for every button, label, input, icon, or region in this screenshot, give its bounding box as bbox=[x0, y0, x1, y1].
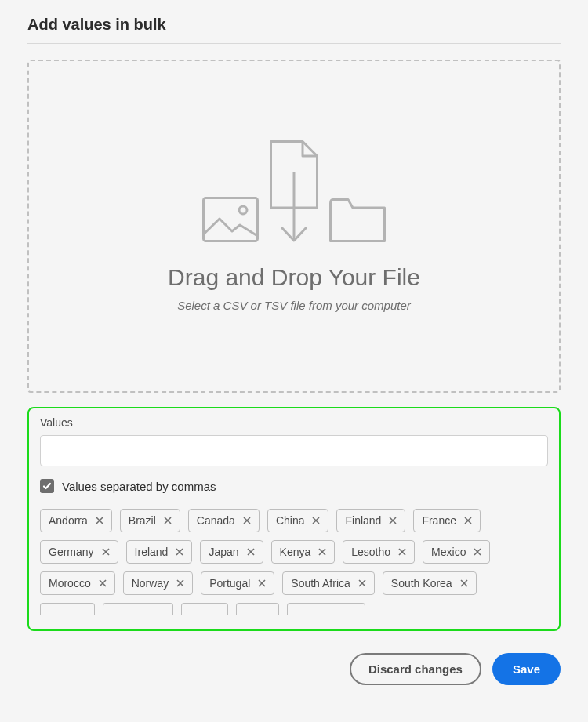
value-tag-partial bbox=[40, 603, 95, 615]
comma-separated-checkbox[interactable]: Values separated by commas bbox=[40, 479, 548, 493]
tag-label: Ireland bbox=[135, 546, 169, 557]
close-icon[interactable] bbox=[243, 517, 251, 524]
value-tag: Germany bbox=[40, 540, 118, 564]
dropzone-icon-group bbox=[202, 140, 386, 242]
tag-label: China bbox=[276, 515, 305, 526]
tag-label: Lesotho bbox=[351, 546, 390, 557]
discard-button[interactable]: Discard changes bbox=[350, 653, 481, 685]
title-divider bbox=[27, 43, 561, 44]
tag-label: South Korea bbox=[391, 578, 452, 589]
value-tag: Kenya bbox=[271, 540, 336, 564]
close-icon[interactable] bbox=[398, 548, 406, 556]
close-icon[interactable] bbox=[460, 579, 468, 587]
tag-label: South Africa bbox=[291, 578, 350, 589]
value-tag: Ireland bbox=[126, 540, 193, 564]
tag-label: Portugal bbox=[209, 578, 250, 589]
close-icon[interactable] bbox=[358, 579, 366, 587]
value-tag: China bbox=[267, 509, 329, 532]
tag-label: Mexico bbox=[431, 546, 466, 557]
tag-label: Brazil bbox=[129, 515, 156, 526]
tag-label: Andorra bbox=[49, 515, 88, 526]
close-icon[interactable] bbox=[96, 517, 103, 524]
tag-label: Canada bbox=[197, 515, 235, 526]
close-icon[interactable] bbox=[474, 548, 481, 556]
value-tag: Canada bbox=[188, 509, 260, 532]
tags-container: AndorraBrazilCanadaChinaFinlandFranceGer… bbox=[40, 509, 548, 595]
close-icon[interactable] bbox=[176, 579, 184, 587]
tag-label: Kenya bbox=[280, 546, 311, 557]
tag-label: Morocco bbox=[49, 578, 91, 589]
close-icon[interactable] bbox=[258, 579, 266, 587]
close-icon[interactable] bbox=[102, 548, 110, 556]
save-button[interactable]: Save bbox=[492, 653, 561, 685]
values-input[interactable] bbox=[40, 435, 548, 466]
footer-actions: Discard changes Save bbox=[27, 647, 561, 685]
close-icon[interactable] bbox=[247, 548, 255, 556]
dropzone-subtext: Select a CSV or TSV file from your compu… bbox=[177, 299, 411, 312]
checkbox-label: Values separated by commas bbox=[62, 480, 216, 493]
value-tag-partial bbox=[181, 603, 228, 615]
values-section: Values Values separated by commas Andorr… bbox=[27, 407, 561, 631]
file-download-icon bbox=[270, 140, 318, 242]
checkbox-checked-icon bbox=[40, 479, 54, 493]
value-tag-partial bbox=[236, 603, 279, 615]
value-tag: Morocco bbox=[40, 571, 115, 595]
values-label: Values bbox=[40, 416, 548, 429]
tag-label: Germany bbox=[49, 546, 94, 557]
close-icon[interactable] bbox=[389, 517, 397, 524]
close-icon[interactable] bbox=[312, 517, 320, 524]
value-tag: Norway bbox=[123, 571, 193, 595]
tag-label: Japan bbox=[209, 546, 238, 557]
value-tag: Finland bbox=[336, 509, 405, 532]
tags-overflow-row bbox=[40, 603, 548, 615]
value-tag: South Africa bbox=[282, 571, 375, 595]
close-icon[interactable] bbox=[318, 548, 326, 556]
value-tag: Andorra bbox=[40, 509, 112, 532]
value-tag-partial bbox=[287, 603, 365, 615]
tag-label: Finland bbox=[345, 515, 381, 526]
close-icon[interactable] bbox=[176, 548, 183, 556]
folder-icon bbox=[329, 198, 386, 242]
svg-point-1 bbox=[239, 206, 247, 214]
close-icon[interactable] bbox=[464, 517, 472, 524]
image-icon bbox=[202, 197, 259, 242]
tag-label: Norway bbox=[132, 578, 169, 589]
file-dropzone[interactable]: Drag and Drop Your File Select a CSV or … bbox=[27, 60, 561, 393]
page-title: Add values in bulk bbox=[27, 16, 561, 34]
value-tag: Lesotho bbox=[343, 540, 415, 564]
value-tag: South Korea bbox=[383, 571, 477, 595]
dropzone-heading: Drag and Drop Your File bbox=[168, 264, 420, 291]
tag-label: France bbox=[422, 515, 456, 526]
value-tag: Japan bbox=[200, 540, 263, 564]
value-tag: France bbox=[413, 509, 481, 532]
svg-rect-0 bbox=[204, 198, 258, 241]
close-icon[interactable] bbox=[164, 517, 172, 524]
value-tag-partial bbox=[103, 603, 173, 615]
value-tag: Portugal bbox=[201, 571, 274, 595]
value-tag: Brazil bbox=[120, 509, 180, 532]
value-tag: Mexico bbox=[423, 540, 490, 564]
close-icon[interactable] bbox=[99, 579, 107, 587]
